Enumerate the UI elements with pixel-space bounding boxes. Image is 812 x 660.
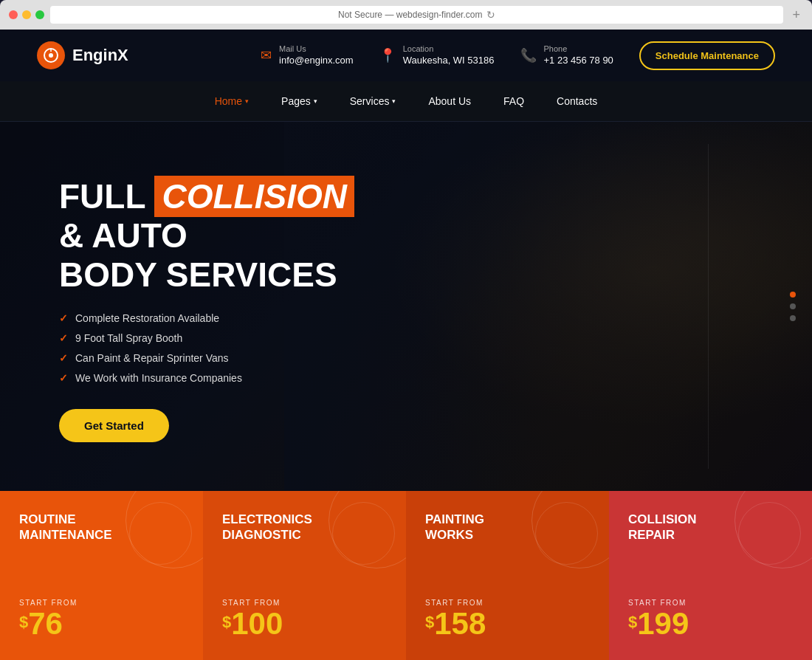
traffic-light-yellow[interactable] — [22, 10, 31, 19]
nav-home-label: Home — [215, 95, 242, 107]
price-symbol-4: $ — [628, 614, 637, 630]
price-symbol-3: $ — [425, 614, 434, 630]
hero-title-highlight: COLLISION — [154, 176, 354, 217]
slider-dot-1[interactable] — [790, 292, 796, 298]
service-price-value-4: $199 — [628, 606, 689, 641]
price-symbol-2: $ — [222, 614, 231, 630]
hero-title-line2: BODY SERVICES — [59, 255, 337, 294]
hero-section: FULL COLLISION & AUTO BODY SERVICES ✓ Co… — [0, 122, 812, 491]
phone-icon: 📞 — [520, 47, 537, 63]
logo-icon — [37, 41, 65, 69]
service-name-1: ROUTINE MAINTENANCE — [19, 512, 184, 543]
hero-title: FULL COLLISION & AUTO BODY SERVICES — [59, 177, 369, 295]
location-info: 📍 Location Waukesha, WI 53186 — [379, 44, 495, 66]
phone-info: 📞 Phone +1 23 456 78 90 — [520, 44, 613, 66]
traffic-light-red[interactable] — [9, 10, 18, 19]
hero-title-part2: & AUTO — [59, 216, 187, 255]
service-price-1: START FROM $76 — [19, 599, 184, 639]
logo-text: EnginX — [72, 46, 128, 65]
location-icon: 📍 — [379, 47, 396, 63]
svg-point-1 — [49, 53, 53, 58]
check-icon-3: ✓ — [59, 352, 68, 364]
check-icon-1: ✓ — [59, 312, 68, 324]
feature-item-3: ✓ Can Paint & Repair Sprinter Vans — [59, 352, 369, 364]
nav-services-chevron: ▾ — [392, 97, 396, 105]
address-bar[interactable]: Not Secure — webdesign-finder.com ↻ — [50, 6, 783, 24]
services-section: ROUTINE MAINTENANCE START FROM $76 ELECT… — [0, 491, 812, 660]
service-name-2: ELECTRONICS DIAGNOSTIC — [222, 512, 387, 543]
hero-features-list: ✓ Complete Restoration Available ✓ 9 Foo… — [59, 312, 369, 384]
nav-about-label: About Us — [428, 95, 471, 107]
feature-item-2: ✓ 9 Foot Tall Spray Booth — [59, 332, 369, 344]
service-card-4[interactable]: COLLISION REPAIR START FROM $199 — [609, 491, 812, 660]
check-icon-4: ✓ — [59, 372, 68, 384]
slider-dots — [790, 292, 796, 321]
mail-icon: ✉ — [261, 47, 272, 63]
website: EnginX ✉ Mail Us info@enginx.com 📍 Locat… — [0, 30, 812, 660]
nav-item-pages[interactable]: Pages ▾ — [265, 81, 334, 122]
nav-item-faq[interactable]: FAQ — [487, 81, 540, 122]
slider-dot-2[interactable] — [790, 303, 796, 309]
top-info: ✉ Mail Us info@enginx.com 📍 Location Wau… — [261, 41, 775, 70]
service-price-4: START FROM $199 — [628, 599, 793, 639]
refresh-icon[interactable]: ↻ — [486, 9, 495, 21]
service-price-value-1: $76 — [19, 606, 63, 641]
hero-content: FULL COLLISION & AUTO BODY SERVICES ✓ Co… — [0, 122, 428, 491]
service-price-2: START FROM $100 — [222, 599, 387, 639]
get-started-button[interactable]: Get Started — [59, 409, 169, 442]
nav-pages-label: Pages — [281, 95, 311, 107]
slider-dot-3[interactable] — [790, 315, 796, 321]
mail-info: ✉ Mail Us info@enginx.com — [261, 44, 354, 66]
price-symbol-1: $ — [19, 614, 28, 630]
service-card-2[interactable]: ELECTRONICS DIAGNOSTIC START FROM $100 — [203, 491, 406, 660]
nav-pages-chevron: ▾ — [314, 97, 317, 105]
nav-item-services[interactable]: Services ▾ — [334, 81, 413, 122]
address-text: Not Secure — webdesign-finder.com — [338, 10, 482, 20]
phone-label: Phone — [544, 44, 613, 53]
check-icon-2: ✓ — [59, 332, 68, 344]
nav-item-contacts[interactable]: Contacts — [540, 81, 613, 122]
nav-item-about[interactable]: About Us — [412, 81, 487, 122]
traffic-lights — [9, 10, 44, 19]
service-price-value-3: $158 — [425, 606, 486, 641]
service-name-4: COLLISION REPAIR — [628, 512, 793, 543]
new-tab-button[interactable]: + — [789, 7, 803, 23]
logo[interactable]: EnginX — [37, 41, 128, 69]
hero-title-part1: FULL — [59, 177, 154, 216]
nav-home-chevron: ▾ — [245, 97, 249, 105]
nav-faq-label: FAQ — [503, 95, 524, 107]
logo-svg — [43, 47, 59, 63]
mail-label: Mail Us — [279, 44, 354, 53]
location-label: Location — [403, 44, 495, 53]
service-price-3: START FROM $158 — [425, 599, 590, 639]
top-bar: EnginX ✉ Mail Us info@enginx.com 📍 Locat… — [0, 30, 812, 81]
service-card-3[interactable]: PAINTING WORKS START FROM $158 — [406, 491, 609, 660]
feature-item-4: ✓ We Work with Insurance Companies — [59, 372, 369, 384]
service-name-3: PAINTING WORKS — [425, 512, 590, 543]
location-value: Waukesha, WI 53186 — [403, 55, 495, 66]
phone-value[interactable]: +1 23 456 78 90 — [544, 55, 613, 66]
feature-item-1: ✓ Complete Restoration Available — [59, 312, 369, 324]
nav-services-label: Services — [350, 95, 390, 107]
nav-contacts-label: Contacts — [557, 95, 597, 107]
mail-value[interactable]: info@enginx.com — [279, 55, 354, 66]
schedule-button[interactable]: Schedule Maintenance — [639, 41, 775, 70]
traffic-light-green[interactable] — [35, 10, 44, 19]
service-price-value-2: $100 — [222, 606, 283, 641]
nav-item-home[interactable]: Home ▾ — [199, 81, 265, 122]
browser-chrome: Not Secure — webdesign-finder.com ↻ + — [0, 0, 812, 30]
nav-bar: Home ▾ Pages ▾ Services ▾ About Us FAQ C… — [0, 81, 812, 122]
service-card-1[interactable]: ROUTINE MAINTENANCE START FROM $76 — [0, 491, 203, 660]
